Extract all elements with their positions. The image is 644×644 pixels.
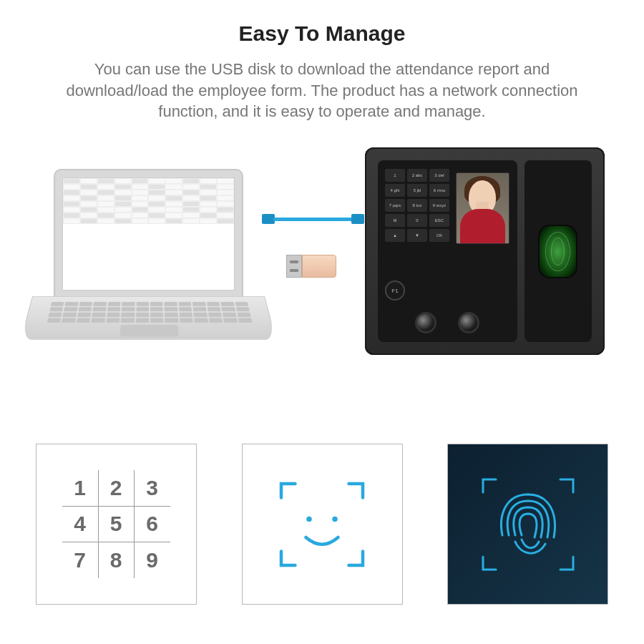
- numpad-feature-tile: 1 2 3 4 5 6 7 8 9: [36, 444, 197, 605]
- usb-cable-icon: [265, 212, 361, 226]
- feature-tiles: 1 2 3 4 5 6 7 8 9: [36, 444, 608, 605]
- numcell: 7: [62, 542, 99, 578]
- numcell: 8: [98, 542, 135, 578]
- numcell: 2: [98, 470, 135, 507]
- product-scene: 1 2 abc 3 def 4 ghi 5 jkl 6 mno 7 pqrs 8…: [0, 140, 644, 412]
- device-keypad: 1 2 abc 3 def 4 ghi 5 jkl 6 mno 7 pqrs 8…: [385, 169, 449, 242]
- laptop-base: [21, 296, 277, 340]
- keypad-btn: M: [385, 214, 405, 227]
- laptop-illustration: [32, 169, 265, 355]
- svg-point-0: [306, 516, 312, 522]
- keypad-btn: 9 wxyz: [429, 199, 449, 212]
- attendance-device: 1 2 abc 3 def 4 ghi 5 jkl 6 mno 7 pqrs 8…: [365, 147, 605, 355]
- keypad-btn: 8 tuv: [407, 199, 427, 212]
- numcell: 9: [134, 542, 170, 578]
- spreadsheet-icon: [63, 178, 234, 290]
- face-recognition-icon: [268, 471, 376, 578]
- laptop-screen: [62, 177, 235, 291]
- keypad-btn: 2 abc: [407, 169, 427, 182]
- numpad-grid-icon: 1 2 3 4 5 6 7 8 9: [63, 471, 170, 578]
- fingerprint-sensor-icon: [538, 225, 577, 278]
- keypad-btn: 0: [407, 214, 427, 227]
- keypad-btn: 7 pqrs: [385, 199, 405, 212]
- fingerprint-feature-tile: [447, 444, 608, 605]
- fingerprint-icon: [474, 471, 582, 578]
- keypad-btn: ▲: [385, 229, 405, 242]
- keypad-btn: OK: [429, 229, 449, 242]
- laptop-keyboard: [47, 302, 253, 323]
- description-text: You can use the USB disk to download the…: [43, 59, 601, 122]
- numcell: 6: [134, 506, 170, 542]
- numcell: 1: [62, 470, 99, 507]
- page-title: Easy To Manage: [0, 21, 644, 46]
- keypad-btn: ESC: [429, 214, 449, 227]
- laptop-trackpad: [120, 325, 179, 337]
- usb-drive-icon: [286, 255, 336, 278]
- svg-point-1: [332, 516, 338, 522]
- f1-button: F1: [385, 280, 405, 301]
- device-display-photo: [456, 172, 509, 244]
- numcell: 5: [98, 506, 135, 542]
- camera-lens-icon: [458, 312, 479, 333]
- face-recognition-feature-tile: [242, 444, 403, 605]
- device-cameras: [415, 312, 479, 333]
- keypad-btn: 5 jkl: [407, 184, 427, 197]
- keypad-btn: 3 def: [429, 169, 449, 182]
- keypad-btn: 4 ghi: [385, 184, 405, 197]
- keypad-btn: 6 mno: [429, 184, 449, 197]
- numcell: 4: [62, 506, 99, 542]
- device-fingerprint-panel: [525, 160, 592, 342]
- camera-lens-icon: [415, 312, 436, 333]
- numcell: 3: [134, 470, 170, 507]
- laptop-lid: [54, 169, 243, 298]
- keypad-btn: ▼: [407, 229, 427, 242]
- keypad-btn: 1: [385, 169, 405, 182]
- device-front-panel: 1 2 abc 3 def 4 ghi 5 jkl 6 mno 7 pqrs 8…: [378, 160, 517, 342]
